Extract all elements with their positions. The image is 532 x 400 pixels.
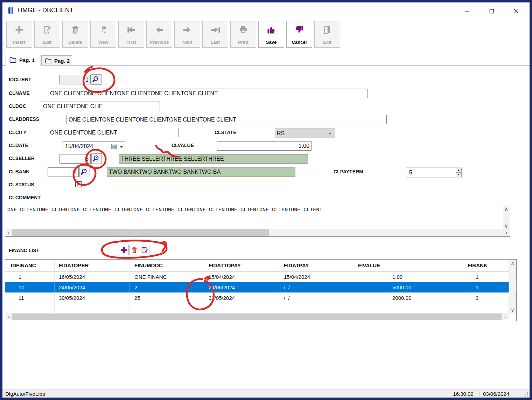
date-dropdown-arrow[interactable] bbox=[120, 146, 123, 148]
add-row-icon bbox=[120, 246, 128, 254]
clseller-id-field[interactable]: 3 bbox=[59, 154, 91, 164]
column-header[interactable]: FINUMDOC bbox=[130, 260, 205, 271]
scroll-up-icon[interactable]: ∧ bbox=[503, 206, 510, 212]
clstate-label: CLSTATE bbox=[215, 130, 236, 135]
column-header[interactable]: FIBANK bbox=[465, 260, 509, 271]
insert-button[interactable]: Insert bbox=[6, 21, 32, 48]
comment-horizontal-scrollbar[interactable]: ‹ › bbox=[6, 229, 510, 236]
cancel-button[interactable]: Cancel bbox=[286, 21, 312, 48]
close-button[interactable] bbox=[508, 6, 524, 16]
column-header[interactable]: FIVALUE bbox=[355, 260, 465, 271]
clname-label: CLNAME bbox=[9, 90, 30, 96]
clbank-id-field[interactable]: 2 bbox=[48, 167, 79, 177]
previous-button[interactable]: Previous bbox=[146, 21, 172, 48]
column-header[interactable]: IDFINANC bbox=[5, 260, 55, 271]
magnifier-icon bbox=[92, 76, 100, 83]
first-arrow-icon bbox=[126, 25, 136, 35]
column-header[interactable]: FIDATOPER bbox=[55, 260, 130, 271]
magnifier-icon bbox=[81, 168, 89, 176]
clvalue-label: CLVALUE bbox=[172, 143, 194, 148]
check-icon bbox=[76, 182, 80, 186]
folder-icon bbox=[9, 57, 16, 63]
grid-horizontal-scrollbar[interactable]: ‹ › bbox=[6, 313, 509, 320]
edit-button[interactable]: Edit bbox=[34, 21, 60, 48]
scrollbar-thumb[interactable] bbox=[12, 313, 502, 320]
clcomment-textarea[interactable]: ONE CLIENTONE CLIENTONE CLIENTONE CLIENT… bbox=[5, 205, 510, 237]
scroll-left-icon[interactable]: ‹ bbox=[6, 229, 11, 236]
clseller-label: CLSELLER bbox=[9, 156, 35, 161]
window-title: HMGE - DBCLIENT bbox=[18, 7, 74, 14]
window-border bbox=[0, 0, 532, 400]
table-row-empty bbox=[5, 303, 516, 314]
edit-row-icon bbox=[141, 246, 148, 254]
thumbs-up-icon bbox=[266, 25, 276, 35]
app-window: HMGE - DBCLIENT Insert Edit Delete bbox=[0, 0, 532, 400]
maximize-button[interactable] bbox=[484, 6, 500, 16]
calendar-icon bbox=[111, 143, 117, 150]
financ-delete-button[interactable] bbox=[130, 245, 139, 255]
scroll-up-icon[interactable]: ∧ bbox=[509, 260, 516, 266]
title-bar: HMGE - DBCLIENT bbox=[2, 2, 530, 18]
tab-pag1[interactable]: Pag. 1 bbox=[6, 54, 41, 65]
table-row-selected[interactable]: 10 24/05/2024 2 24/06/2024 / / 5000.00 1 bbox=[5, 282, 516, 293]
next-button[interactable]: Next bbox=[174, 21, 200, 48]
clseller-lookup-button[interactable] bbox=[91, 153, 102, 164]
financ-edit-button[interactable] bbox=[140, 245, 149, 255]
print-button[interactable]: Print bbox=[230, 21, 256, 48]
toolbar: Insert Edit Delete View Fir bbox=[6, 21, 340, 48]
clcity-label: CLCITY bbox=[9, 130, 27, 135]
claddress-field[interactable]: ONE CLIENTONE CLIENTONE CLIENTONE CLIENT… bbox=[66, 115, 387, 124]
cldate-field[interactable]: 15/04/2024 bbox=[63, 142, 125, 151]
trash-icon bbox=[70, 25, 80, 35]
column-header[interactable]: FIDATTOPAY bbox=[205, 260, 280, 271]
thumbs-down-icon bbox=[294, 25, 304, 35]
plus-icon bbox=[14, 25, 24, 35]
idclient-lookup-button[interactable] bbox=[91, 74, 102, 85]
edit-pad-icon bbox=[42, 25, 52, 35]
app-icon bbox=[7, 6, 15, 15]
clstatus-checkbox[interactable] bbox=[75, 181, 82, 187]
scroll-left-icon[interactable]: ‹ bbox=[6, 313, 11, 320]
first-button[interactable]: First bbox=[118, 21, 144, 48]
folder-icon bbox=[45, 58, 51, 63]
comment-vertical-scrollbar[interactable]: ∧ ∨ bbox=[503, 206, 510, 229]
scroll-right-icon[interactable]: › bbox=[504, 229, 509, 236]
financ-list-label: FINANC LIST bbox=[9, 248, 39, 253]
clname-field[interactable]: ONE CLIENTONE CLIENTONE CLIENTONE CLIENT… bbox=[48, 89, 368, 98]
clcity-field[interactable]: ONE CLIENTONE CLIENT bbox=[48, 128, 179, 137]
scroll-right-icon[interactable]: › bbox=[503, 313, 508, 320]
stepper-down-button[interactable]: ▼ bbox=[456, 173, 462, 178]
cldoc-field[interactable]: ONE CLIENTONE CLIE bbox=[41, 102, 160, 111]
minimize-button[interactable] bbox=[459, 6, 475, 16]
save-button[interactable]: Save bbox=[258, 21, 284, 48]
clbank-lookup-button[interactable] bbox=[79, 167, 90, 177]
clvalue-field[interactable]: 1.00 bbox=[217, 141, 312, 151]
view-button[interactable]: View bbox=[90, 21, 116, 48]
tab-pag2-label: Pag. 2 bbox=[54, 58, 70, 64]
resize-grip[interactable] bbox=[524, 392, 528, 397]
tab-pag2[interactable]: Pag. 2 bbox=[41, 55, 72, 65]
financ-add-button[interactable] bbox=[119, 245, 129, 255]
exit-button[interactable]: Exit bbox=[314, 21, 340, 48]
delete-button[interactable]: Delete bbox=[62, 21, 88, 48]
clstate-select[interactable]: RS bbox=[275, 129, 335, 138]
clstatus-label: CLSTATUS bbox=[9, 182, 34, 187]
status-time: 16:30:02 bbox=[447, 391, 479, 397]
clbank-label: CLBANK bbox=[9, 169, 29, 174]
stepper-up-button[interactable]: ▲ bbox=[456, 168, 462, 173]
scroll-down-icon[interactable]: ∨ bbox=[509, 307, 516, 312]
magnifier-icon bbox=[93, 155, 100, 163]
clpayterm-stepper[interactable]: 5 ▲ ▼ bbox=[406, 167, 462, 178]
table-row[interactable]: 1 16/05/2024 ONE FINANC 15/04/2024 15/04… bbox=[5, 272, 516, 282]
column-header[interactable]: FIDATPAY bbox=[280, 260, 355, 271]
status-separator bbox=[513, 391, 513, 397]
scrollbar-thumb[interactable] bbox=[12, 229, 269, 236]
idclient-field[interactable]: 1 bbox=[59, 75, 91, 84]
grid-vertical-scrollbar[interactable]: ∧ ∨ bbox=[509, 260, 516, 313]
clbank-name-field: TWO BANKTWO BANKTWO BANKTWO BA bbox=[107, 167, 295, 177]
scroll-down-icon[interactable]: ∨ bbox=[503, 223, 510, 228]
table-row[interactable]: 11 30/05/2024 25 31/05/2024 / / 2000.00 … bbox=[5, 293, 516, 303]
claddress-label: CLADDRESS bbox=[9, 116, 39, 122]
last-button[interactable]: Last bbox=[202, 21, 228, 48]
left-arrow-icon bbox=[154, 25, 164, 35]
